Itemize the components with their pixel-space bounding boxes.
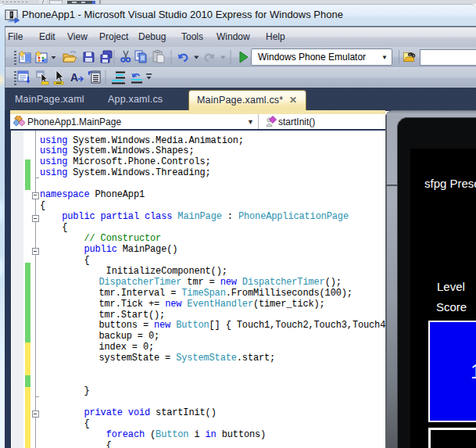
svg-text:A: A bbox=[70, 71, 78, 84]
